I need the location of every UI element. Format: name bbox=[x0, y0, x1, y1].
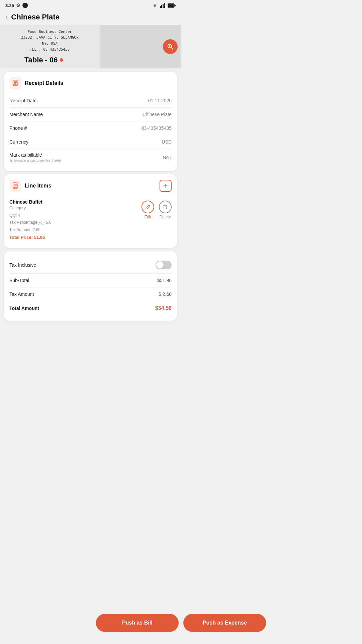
line-items-title: Line Items bbox=[25, 183, 51, 189]
item-category: Category Qty: 4 Tax Percentage(%): 5.0 T… bbox=[9, 205, 138, 233]
svg-rect-5 bbox=[168, 4, 174, 7]
edit-icon-circle bbox=[141, 201, 154, 213]
receipt-icon bbox=[9, 77, 21, 89]
signal-icon bbox=[160, 3, 166, 8]
tax-amount-label: Tax Amount bbox=[9, 291, 34, 297]
currency-value: USD bbox=[162, 139, 172, 145]
item-name: Chinese Buffet bbox=[9, 199, 138, 205]
tax-amount-value: $ 2.60 bbox=[159, 291, 172, 297]
header: ‹ Chinese Plate bbox=[0, 9, 181, 25]
line-items-header: Line Items + bbox=[9, 180, 172, 192]
svg-rect-6 bbox=[175, 5, 176, 6]
subtotal-label: Sub-Total bbox=[9, 278, 29, 283]
svg-rect-3 bbox=[164, 3, 165, 8]
item-total: Total Price: 51.96 bbox=[9, 235, 138, 240]
business-name: Food Business Center bbox=[21, 29, 78, 35]
wifi-icon bbox=[152, 3, 158, 8]
billable-right: No › bbox=[163, 155, 172, 160]
receipt-image-area: Food Business Center 23232, JAVA CITY, S… bbox=[0, 25, 181, 68]
status-bar: 3:25 ⚙ bbox=[0, 0, 181, 9]
svg-rect-2 bbox=[163, 4, 164, 8]
phone-value: 03-435435435 bbox=[141, 125, 172, 131]
table-dot bbox=[60, 58, 63, 62]
edit-label: Edit bbox=[144, 215, 152, 219]
currency-row: Currency USD bbox=[9, 135, 172, 149]
total-row: Total Amount $54.56 bbox=[9, 301, 172, 315]
edit-button[interactable]: Edit bbox=[141, 201, 154, 219]
receipt-svg bbox=[12, 79, 19, 87]
billable-row[interactable]: Mark as billable To invoice a customer f… bbox=[9, 149, 172, 166]
tax-amount-row: Tax Amount $ 2.60 bbox=[9, 287, 172, 301]
total-value: $54.56 bbox=[155, 305, 172, 311]
billable-value: No bbox=[163, 155, 169, 160]
currency-label: Currency bbox=[9, 139, 28, 145]
merchant-name-row: Merchant Name Chinese Plate bbox=[9, 108, 172, 121]
zoom-button[interactable] bbox=[163, 39, 178, 54]
delete-label: Delete bbox=[160, 215, 171, 219]
tax-inclusive-label: Tax Inclusive bbox=[9, 262, 36, 268]
phone-label: Phone # bbox=[9, 125, 27, 131]
line-item-actions: Edit Delete bbox=[141, 199, 172, 219]
circle-icon bbox=[22, 3, 28, 8]
total-label: Total Amount bbox=[9, 306, 39, 311]
receipt-country: NY, USA bbox=[21, 41, 78, 47]
back-button[interactable]: ‹ bbox=[5, 13, 8, 21]
billable-arrow: › bbox=[170, 155, 172, 160]
receipt-preview: Food Business Center 23232, JAVA CITY, S… bbox=[0, 25, 100, 68]
subtotal-row: Sub-Total $51.96 bbox=[9, 274, 172, 287]
tax-inclusive-toggle[interactable] bbox=[156, 261, 172, 269]
page-title: Chinese Plate bbox=[11, 13, 59, 21]
receipt-details-title: Receipt Details bbox=[25, 80, 63, 86]
tax-inclusive-row: Tax Inclusive bbox=[9, 257, 172, 274]
merchant-name-value: Chinese Plate bbox=[142, 112, 172, 117]
line-items-card: Line Items + Chinese Buffet Category Qty… bbox=[4, 174, 177, 248]
merchant-name-label: Merchant Name bbox=[9, 112, 43, 117]
line-item-details: Chinese Buffet Category Qty: 4 Tax Perce… bbox=[9, 199, 138, 240]
table-label: Table - 06 bbox=[24, 56, 58, 64]
line-items-svg bbox=[12, 182, 19, 190]
receipt-details-card: Receipt Details Receipt Date 01.11.2020 … bbox=[4, 72, 177, 171]
phone-row: Phone # 03-435435435 bbox=[9, 121, 172, 135]
billable-left: Mark as billable To invoice a customer f… bbox=[9, 152, 61, 162]
receipt-date-row: Receipt Date 01.11.2020 bbox=[9, 94, 172, 108]
edit-icon bbox=[145, 204, 151, 210]
svg-rect-1 bbox=[161, 5, 162, 8]
toggle-thumb bbox=[156, 261, 164, 269]
receipt-date-label: Receipt Date bbox=[9, 98, 37, 103]
line-items-icon bbox=[9, 180, 21, 192]
line-item: Chinese Buffet Category Qty: 4 Tax Perce… bbox=[9, 197, 172, 243]
billable-label: Mark as billable bbox=[9, 152, 61, 158]
receipt-details-header: Receipt Details bbox=[9, 77, 172, 89]
billable-sub: To invoice a customer for it later bbox=[9, 158, 61, 162]
battery-icon bbox=[168, 3, 176, 8]
delete-icon-circle bbox=[159, 201, 172, 213]
svg-line-8 bbox=[171, 47, 173, 49]
svg-rect-0 bbox=[160, 6, 161, 8]
line-items-title-area: Line Items bbox=[9, 180, 51, 192]
delete-icon bbox=[162, 204, 168, 210]
time-display: 3:25 bbox=[5, 3, 14, 8]
summary-card: Tax Inclusive Sub-Total $51.96 Tax Amoun… bbox=[4, 251, 177, 321]
subtotal-value: $51.96 bbox=[157, 278, 172, 283]
settings-icon: ⚙ bbox=[16, 3, 20, 8]
receipt-tel: TEL : 03-435435435 bbox=[21, 47, 78, 53]
receipt-date-value: 01.11.2020 bbox=[148, 98, 172, 103]
status-icons bbox=[152, 3, 176, 8]
zoom-icon bbox=[167, 43, 174, 50]
receipt-address: 23232, JAVA CITY, SELANGOR bbox=[21, 35, 78, 41]
delete-button[interactable]: Delete bbox=[159, 201, 172, 219]
add-line-item-button[interactable]: + bbox=[160, 180, 172, 192]
